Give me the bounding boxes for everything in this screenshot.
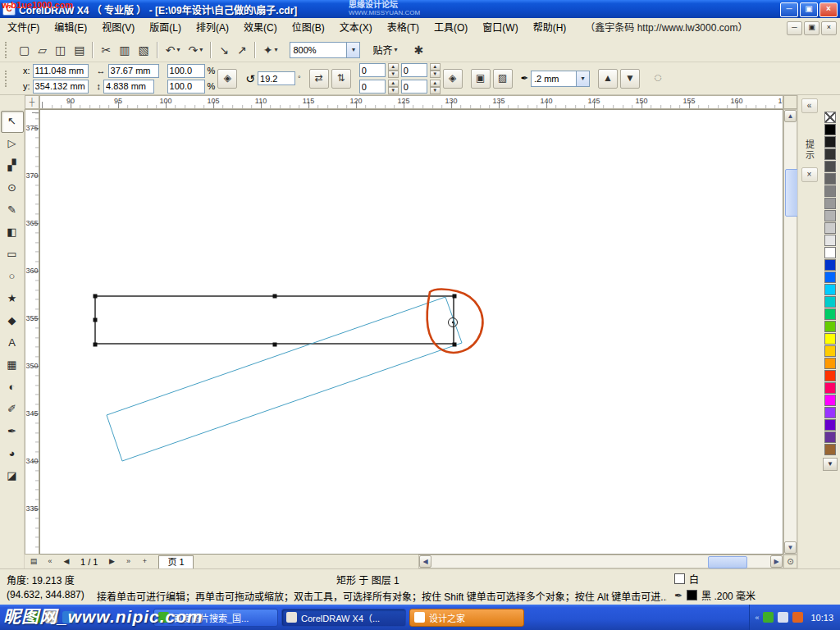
outline-width-input[interactable]	[532, 72, 576, 85]
color-swatch-#cccccc[interactable]	[824, 222, 836, 234]
corner-bl-field[interactable]	[359, 80, 386, 94]
color-swatch-#e6e6e6[interactable]	[824, 235, 836, 246]
ruler-origin-button[interactable]: ┼	[25, 95, 39, 109]
color-swatch-#333333[interactable]	[824, 148, 836, 160]
color-swatch-#1a1a1a[interactable]	[824, 136, 836, 148]
eyedropper-tool[interactable]: ✐	[1, 399, 24, 421]
color-swatch-#0033cc[interactable]	[824, 259, 836, 271]
docker-collapse-button[interactable]: «	[801, 98, 818, 113]
corner-tl-spinner[interactable]: ▲▼	[388, 63, 399, 78]
task-coreldraw[interactable]: CorelDRAW X4（...	[281, 609, 406, 627]
color-swatch-#000000[interactable]	[824, 124, 836, 135]
basic-shapes-tool[interactable]: ◆	[1, 310, 24, 332]
blend-tool[interactable]: ◐	[1, 377, 24, 399]
rectangle-tool[interactable]: ▭	[1, 244, 24, 266]
tray-icon[interactable]	[778, 612, 788, 623]
to-back-button[interactable]: ▼	[620, 69, 640, 89]
open-button[interactable]: ▱	[34, 39, 51, 61]
menu-item-10[interactable]: 工具(O)	[427, 19, 475, 38]
outline-width-combo[interactable]: ▾	[531, 71, 590, 87]
order-button[interactable]: ▨	[493, 69, 513, 89]
color-swatch-#9933ff[interactable]	[824, 407, 836, 418]
snap-dropdown-icon[interactable]: ▾	[394, 46, 397, 53]
color-swatch-#663399[interactable]	[824, 431, 836, 443]
restore-button[interactable]: ▣	[800, 2, 818, 17]
export-button[interactable]: ↗	[233, 39, 251, 61]
pick-tool[interactable]: ↖	[1, 111, 24, 133]
snap-button[interactable]: 贴齐 ▾	[367, 40, 403, 60]
horizontal-scroll-thumb[interactable]	[708, 556, 747, 568]
outline-dropdown-icon[interactable]: ▾	[576, 71, 589, 86]
task-shejizhijia[interactable]: 设计之家	[409, 609, 524, 627]
corner-tr-spinner[interactable]: ▲▼	[430, 63, 441, 78]
corner-tl-field[interactable]	[359, 63, 386, 77]
last-page-button[interactable]: »	[121, 555, 135, 568]
docker-close-button[interactable]: ×	[801, 167, 818, 182]
crop-tool[interactable]: ▞	[1, 155, 24, 177]
redo-button[interactable]: ↷▾	[184, 39, 207, 61]
doc-restore-button[interactable]: ▣	[804, 21, 819, 35]
prev-page-button[interactable]: ◀	[59, 555, 74, 568]
no-color-swatch[interactable]	[824, 112, 836, 123]
color-swatch-#ffffff[interactable]	[824, 247, 836, 258]
corner-br-field[interactable]	[401, 80, 427, 94]
minimize-button[interactable]: ─	[780, 2, 798, 17]
color-swatch-#ff3300[interactable]	[824, 370, 836, 381]
selection-handles[interactable]	[94, 294, 457, 347]
freehand-tool[interactable]: ✎	[1, 199, 24, 221]
undo-button-dropdown-icon[interactable]: ▾	[176, 46, 180, 53]
mirror-horizontal-button[interactable]: ⇄	[309, 69, 329, 89]
shape-tool[interactable]: ▷	[1, 133, 24, 155]
scroll-down-icon[interactable]: ▼	[784, 541, 797, 554]
doc-close-button[interactable]: ×	[821, 21, 837, 35]
mirror-vertical-button[interactable]: ⇅	[331, 69, 351, 89]
print-button[interactable]: ▤	[70, 39, 89, 61]
next-page-button[interactable]: ▶	[104, 555, 119, 568]
color-swatch-#4d4d4d[interactable]	[824, 161, 836, 172]
zoom-level-input[interactable]	[290, 43, 346, 57]
color-swatch-#6600cc[interactable]	[824, 419, 836, 431]
color-swatch-#808080[interactable]	[824, 185, 836, 197]
lock-corners-button[interactable]: ◈	[443, 69, 463, 89]
smart-fill-tool[interactable]: ◧	[1, 221, 24, 244]
drawing-area[interactable]	[39, 109, 783, 555]
quick-zoom-button[interactable]: ⊙	[783, 555, 797, 568]
object-width-field[interactable]	[108, 64, 159, 78]
horizontal-scrollbar[interactable]: ◀ ▶	[418, 555, 783, 568]
close-button[interactable]: ×	[819, 2, 838, 17]
menu-item-12[interactable]: 帮助(H)	[526, 19, 574, 38]
corner-bl-spinner[interactable]: ▲▼	[388, 80, 399, 94]
add-page-button[interactable]: +	[137, 555, 152, 568]
scroll-up-icon[interactable]: ▲	[784, 110, 797, 122]
zoom-tool[interactable]: ⊙	[1, 177, 24, 199]
lock-ratio-button[interactable]: ◈	[217, 69, 237, 89]
vertical-ruler[interactable]: 375370365360355350345340335	[25, 109, 39, 555]
x-position-field[interactable]	[33, 64, 89, 78]
vertical-scrollbar[interactable]: ▲ ▼	[783, 109, 797, 555]
first-page-button[interactable]: «	[43, 555, 57, 568]
palette-scroll-down-icon[interactable]: ▼	[823, 458, 838, 471]
redo-button-dropdown-icon[interactable]: ▾	[199, 46, 203, 53]
cut-button[interactable]: ✂	[97, 39, 115, 61]
color-swatch-#66cc00[interactable]	[824, 321, 836, 332]
menu-item-8[interactable]: 文本(X)	[332, 19, 380, 38]
color-swatch-#0066ff[interactable]	[824, 272, 836, 283]
page-tab[interactable]: 页 1	[158, 555, 193, 568]
menu-item-1[interactable]: 文件(F)	[0, 19, 47, 38]
horizontal-ruler[interactable]: 9095100105110115120125130135140145150155…	[39, 95, 783, 109]
color-swatch-#ff0066[interactable]	[824, 382, 836, 394]
scale-v-field[interactable]	[167, 80, 205, 94]
menu-item-3[interactable]: 视图(V)	[94, 19, 142, 38]
color-swatch-#996633[interactable]	[824, 444, 836, 455]
object-height-field[interactable]	[103, 80, 154, 94]
menu-item-2[interactable]: 编辑(E)	[47, 19, 94, 38]
app-launcher-button-dropdown-icon[interactable]: ▾	[274, 46, 277, 53]
fill-tool[interactable]: ◕	[1, 443, 24, 465]
dashed-circle-button[interactable]: ◌	[648, 69, 668, 89]
color-swatch-#ffcc00[interactable]	[824, 345, 836, 357]
new-button[interactable]: ▢	[15, 39, 34, 61]
menu-item-11[interactable]: 窗口(W)	[475, 19, 525, 38]
corner-tr-field[interactable]	[401, 63, 427, 77]
menu-item-4[interactable]: 版面(L)	[142, 19, 189, 38]
paste-button[interactable]: ▧	[134, 39, 153, 61]
